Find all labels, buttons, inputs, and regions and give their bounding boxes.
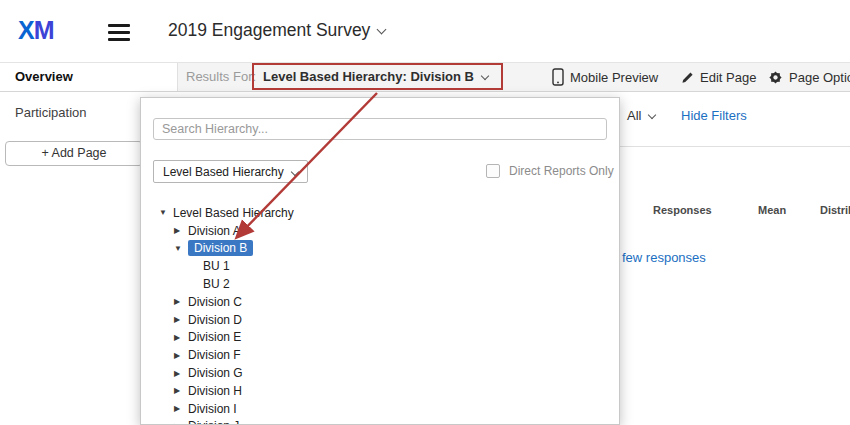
tree-item[interactable]: ▶Division I xyxy=(141,400,619,418)
tree-item-label: BU 1 xyxy=(203,259,230,273)
tree-expand-icon[interactable]: ▶ xyxy=(174,333,188,342)
tree-item-label: Division A xyxy=(188,224,241,238)
tree-item-label: Division E xyxy=(188,330,241,344)
tree-expand-icon[interactable]: ▶ xyxy=(174,226,188,235)
tree-item[interactable]: BU 1 xyxy=(141,257,619,275)
hierarchy-type-select[interactable]: Level Based Hierarchy xyxy=(153,160,308,183)
column-header-distribution: Distribution xyxy=(820,204,850,216)
tree-item-label: Division I xyxy=(188,402,237,416)
sidebar-item-participation[interactable]: Participation xyxy=(15,105,87,120)
gear-icon xyxy=(768,70,783,85)
tree-expand-icon[interactable]: ▶ xyxy=(174,369,188,378)
tree-item-label: Division J xyxy=(188,419,239,424)
tree-item-label: Division F xyxy=(188,348,241,362)
results-for-label: Results For: xyxy=(186,63,256,91)
tree-item-label: Division H xyxy=(188,384,242,398)
filter-all-label: All xyxy=(627,108,641,123)
hierarchy-search-input[interactable] xyxy=(153,118,607,140)
filter-all-dropdown[interactable]: All xyxy=(627,108,655,123)
tree-expand-icon[interactable]: ▶ xyxy=(174,404,188,413)
tree-item[interactable]: ▶Division C xyxy=(141,293,619,311)
tree-item-label: Division C xyxy=(188,295,242,309)
edit-page-label: Edit Page xyxy=(700,70,756,85)
tree-item[interactable]: ▶Division E xyxy=(141,329,619,347)
xm-logo-x: X xyxy=(18,16,34,44)
column-header-responses: Responses xyxy=(653,204,712,216)
tree-item[interactable]: ▼Level Based Hierarchy xyxy=(141,204,619,222)
tree-item[interactable]: ▶Division A xyxy=(141,222,619,240)
hierarchy-dropdown-panel: Level Based Hierarchy Direct Reports Onl… xyxy=(140,97,620,425)
direct-reports-checkbox[interactable] xyxy=(486,164,500,178)
mobile-phone-icon xyxy=(552,68,564,86)
mobile-preview-label: Mobile Preview xyxy=(570,70,658,85)
hide-filters-link[interactable]: Hide Filters xyxy=(681,108,747,123)
nav-row: Overview Results For: Level Based Hierar… xyxy=(0,62,850,92)
hierarchy-filter-trigger-label: Level Based Hierarchy: Division B xyxy=(263,69,474,84)
tree-expand-icon[interactable]: ▶ xyxy=(174,422,188,424)
tree-expand-icon[interactable]: ▶ xyxy=(174,297,188,306)
page-options-label: Page Options xyxy=(789,70,850,85)
direct-reports-label: Direct Reports Only xyxy=(509,164,614,178)
hamburger-menu-icon[interactable] xyxy=(108,24,130,45)
tree-collapse-icon[interactable]: ▼ xyxy=(174,244,188,253)
tree-item[interactable]: ▼Division B xyxy=(141,240,619,258)
tree-item-label: Division G xyxy=(188,366,243,380)
xm-logo[interactable]: XM xyxy=(18,16,54,45)
chevron-down-icon xyxy=(648,111,656,119)
add-page-button[interactable]: + Add Page xyxy=(5,141,143,166)
tree-item-label: Division D xyxy=(188,313,242,327)
chevron-down-icon xyxy=(481,72,489,80)
tree-expand-icon[interactable]: ▶ xyxy=(174,351,188,360)
survey-title-dropdown[interactable]: 2019 Engagement Survey xyxy=(168,20,385,41)
edit-page-button[interactable]: Edit Page xyxy=(681,63,756,91)
hierarchy-type-select-label: Level Based Hierarchy xyxy=(163,165,284,179)
tree-expand-icon[interactable]: ▶ xyxy=(174,315,188,324)
hierarchy-filter-trigger[interactable]: Level Based Hierarchy: Division B xyxy=(263,63,488,91)
tree-item-label: BU 2 xyxy=(203,277,230,291)
page-options-button[interactable]: Page Options xyxy=(768,63,850,91)
hierarchy-tree: ▼Level Based Hierarchy▶Division A▼Divisi… xyxy=(141,204,619,424)
xm-logo-m: M xyxy=(34,16,54,44)
tree-item[interactable]: ▶Division H xyxy=(141,382,619,400)
pencil-icon xyxy=(681,71,694,84)
tab-overview[interactable]: Overview xyxy=(0,63,178,91)
tree-item[interactable]: ▶Division G xyxy=(141,364,619,382)
chevron-down-icon xyxy=(290,167,298,175)
tree-expand-icon[interactable]: ▶ xyxy=(174,386,188,395)
tree-collapse-icon[interactable]: ▼ xyxy=(159,208,173,217)
few-responses-link[interactable]: few responses xyxy=(622,250,706,265)
tree-item[interactable]: ▶Division J xyxy=(141,418,619,424)
tree-item-label: Level Based Hierarchy xyxy=(173,206,294,220)
tree-item[interactable]: BU 2 xyxy=(141,275,619,293)
tree-item[interactable]: ▶Division D xyxy=(141,311,619,329)
chevron-down-icon xyxy=(377,25,387,35)
mobile-preview-button[interactable]: Mobile Preview xyxy=(552,63,658,91)
tree-item-label: Division B xyxy=(188,240,253,256)
survey-title: 2019 Engagement Survey xyxy=(168,20,370,40)
column-header-mean: Mean xyxy=(758,204,786,216)
top-bar: XM 2019 Engagement Survey xyxy=(0,0,850,62)
tree-item[interactable]: ▶Division F xyxy=(141,346,619,364)
